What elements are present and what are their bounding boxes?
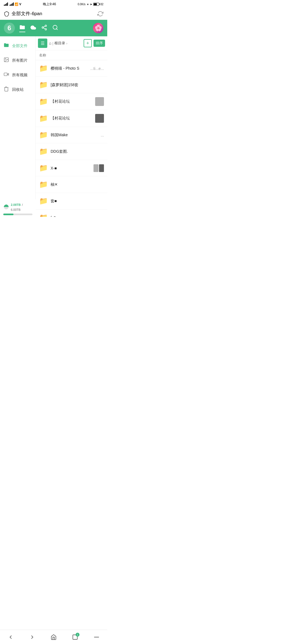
- signal-icon: [4, 2, 8, 6]
- file-item[interactable]: 📁 [森萝财团]158套: [36, 77, 107, 93]
- status-bar: 📶 V 晚上9:46 0.0K/s ∗ ➤ 32: [0, 0, 107, 8]
- nav-cloud-icon[interactable]: [30, 24, 36, 32]
- file-item[interactable]: 📁 【村花论坛: [36, 110, 107, 127]
- file-name: 【村花论坛: [51, 99, 92, 104]
- svg-line-6: [56, 29, 57, 30]
- image-icon: [3, 57, 9, 64]
- storage-pie-chart: [3, 204, 9, 210]
- svg-point-2: [45, 28, 47, 30]
- sidebar-item-all-images-label: 所有图片: [12, 58, 28, 63]
- file-name: 韩国Make: [51, 133, 98, 138]
- file-item[interactable]: 📁 fc2: [36, 209, 107, 217]
- storage-total-value: 6.00TB: [11, 208, 20, 211]
- sidebar-item-all-videos[interactable]: 所有视频: [0, 68, 35, 82]
- nav-share-icon[interactable]: [41, 24, 47, 32]
- sidebar-item-all-files-label: 全部文件: [12, 43, 28, 48]
- file-thumbnail: [95, 114, 104, 123]
- file-panel: ☰ ⌂ | 根目录 › + 排序 名称 📁 樱桃喵 - Photo S ...t…: [36, 36, 107, 217]
- folder-icon: 📁: [39, 64, 48, 73]
- file-name: DDG套图.: [51, 149, 104, 154]
- video-icon: [3, 72, 9, 78]
- svg-point-1: [42, 27, 44, 28]
- svg-line-4: [43, 26, 45, 27]
- status-time: 晚上9:46: [43, 2, 56, 7]
- folder-icon: [3, 42, 9, 49]
- sidebar-item-recycle[interactable]: 回收站: [0, 82, 35, 97]
- file-name: 樱桃喵 - Photo S: [51, 66, 87, 71]
- top-nav: 6 🌸: [0, 20, 107, 36]
- file-name: X-■: [51, 166, 91, 170]
- app-logo: 6: [4, 23, 15, 34]
- network-speed: 0.0K/s: [78, 3, 86, 6]
- storage-section: 2.08TB / 6.00TB: [0, 199, 36, 217]
- file-name: 套■: [51, 199, 104, 204]
- name-column-header: 名称: [39, 53, 46, 57]
- sidebar-item-all-files[interactable]: 全部文件: [0, 39, 35, 53]
- storage-total: /: [22, 203, 23, 206]
- battery-icon: [93, 3, 99, 6]
- file-item[interactable]: 📁 樱桃喵 - Photo S ...ti...e...: [36, 60, 107, 77]
- page-title: 全部文件-6pan: [12, 10, 97, 17]
- storage-bar-fill: [3, 214, 13, 215]
- location-icon: ➤: [90, 3, 92, 6]
- carrier-icon: V: [19, 2, 21, 6]
- signal-icon-2: [10, 2, 14, 6]
- plus-icon: +: [86, 40, 89, 46]
- svg-point-8: [5, 59, 6, 59]
- main-content: 全部文件 所有图片 所有视频 回收站: [0, 36, 107, 217]
- menu-icon: ☰: [41, 41, 45, 46]
- file-item[interactable]: 📁 【村花论坛: [36, 93, 107, 110]
- file-item[interactable]: 📁 柚✕: [36, 176, 107, 193]
- sort-button[interactable]: 排序: [94, 40, 105, 47]
- menu-button[interactable]: ☰: [38, 39, 47, 48]
- file-item[interactable]: 📁 套■: [36, 193, 107, 209]
- shield-icon: [4, 11, 9, 17]
- svg-point-0: [45, 25, 47, 26]
- nav-search-icon[interactable]: [52, 24, 58, 32]
- wifi-icon: 📶: [15, 2, 18, 6]
- sidebar-item-all-images[interactable]: 所有图片: [0, 53, 35, 68]
- breadcrumb-bar: ☰ ⌂ | 根目录 › + 排序: [36, 36, 107, 50]
- svg-point-5: [53, 25, 57, 29]
- folder-icon: 📁: [39, 97, 48, 106]
- home-icon: ⌂: [49, 41, 51, 45]
- avatar-image: 🌸: [95, 24, 102, 32]
- title-bar: 全部文件-6pan: [0, 8, 107, 20]
- trash-icon: [3, 86, 9, 93]
- breadcrumb: ⌂ | 根目录 ›: [49, 41, 82, 46]
- file-item[interactable]: 📁 韩国Make ...: [36, 127, 107, 143]
- bluetooth-icon: ∗: [87, 3, 89, 6]
- file-thumbnails: [94, 164, 104, 172]
- file-name: 柚✕: [51, 182, 104, 187]
- add-button[interactable]: +: [84, 39, 92, 47]
- svg-line-3: [43, 28, 45, 29]
- avatar[interactable]: 🌸: [93, 23, 103, 33]
- file-item[interactable]: 📁 X-■: [36, 160, 107, 176]
- status-left: 📶 V: [4, 2, 21, 6]
- folder-icon: 📁: [39, 213, 48, 217]
- file-more: ...: [101, 133, 104, 137]
- breadcrumb-path-label: 根目录: [54, 41, 65, 46]
- column-header: 名称: [36, 50, 107, 60]
- sidebar: 全部文件 所有图片 所有视频 回收站: [0, 36, 36, 217]
- folder-icon: 📁: [39, 180, 48, 189]
- nav-icons: [19, 24, 93, 32]
- sidebar-item-recycle-label: 回收站: [12, 87, 24, 92]
- file-name: fc2: [51, 215, 104, 217]
- refresh-icon[interactable]: [97, 11, 103, 17]
- folder-icon: 📁: [39, 147, 48, 156]
- breadcrumb-chevron: ›: [66, 41, 67, 45]
- file-more: ...ti...e...: [90, 66, 104, 71]
- folder-icon: 📁: [39, 164, 48, 172]
- storage-used: 2.08TB: [11, 203, 21, 206]
- folder-icon: 📁: [39, 81, 48, 89]
- storage-bar: [3, 214, 32, 215]
- nav-files-icon[interactable]: [19, 24, 25, 32]
- battery-percent: 32: [100, 3, 103, 6]
- sidebar-item-all-videos-label: 所有视频: [12, 73, 28, 78]
- status-right: 0.0K/s ∗ ➤ 32: [78, 3, 103, 6]
- breadcrumb-separator: |: [52, 41, 53, 45]
- folder-icon: 📁: [39, 197, 48, 205]
- file-list: 📁 樱桃喵 - Photo S ...ti...e... 📁 [森萝财团]158…: [36, 60, 107, 217]
- file-item[interactable]: 📁 DDG套图.: [36, 143, 107, 160]
